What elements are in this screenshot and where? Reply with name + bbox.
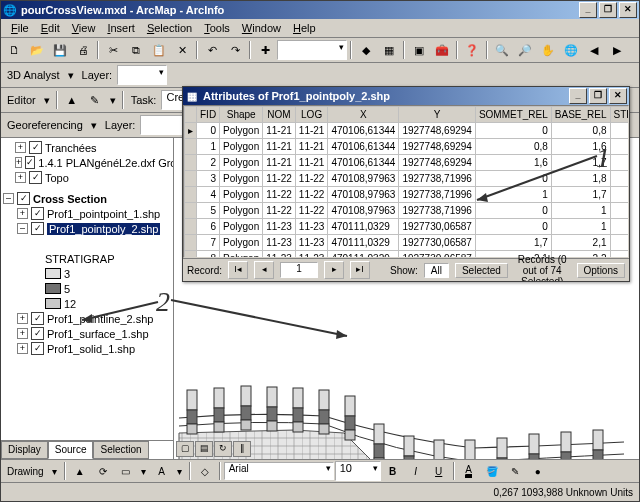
table-row[interactable]: 3Polygon11-2211-22470108,979631927738,71… xyxy=(185,171,630,187)
menu-view[interactable]: View xyxy=(66,20,102,36)
new-rect-icon[interactable]: ▭ xyxy=(115,460,137,482)
col-header[interactable]: X xyxy=(328,107,399,123)
expand-icon[interactable]: + xyxy=(15,172,26,183)
paste-icon[interactable]: 📋 xyxy=(148,39,170,61)
menu-help[interactable]: Help xyxy=(287,20,322,36)
checkbox[interactable]: ✓ xyxy=(31,342,44,355)
font-size-dropdown[interactable]: 10 xyxy=(335,461,381,481)
attr-close-button[interactable]: ✕ xyxy=(609,88,627,104)
expand-icon[interactable]: – xyxy=(17,223,28,234)
col-header[interactable]: STRATIGRAP xyxy=(610,107,629,123)
legend-label[interactable]: 12 xyxy=(64,298,76,310)
undo-icon[interactable]: ↶ xyxy=(201,39,223,61)
show-selected-button[interactable]: Selected xyxy=(455,263,508,278)
underline-icon[interactable]: U xyxy=(428,460,450,482)
expand-icon[interactable]: + xyxy=(15,157,22,168)
whatsthis-icon[interactable]: ❓ xyxy=(461,39,483,61)
edit-tool-icon[interactable]: ▲ xyxy=(61,89,83,111)
menu-selection[interactable]: Selection xyxy=(141,20,198,36)
font-dropdown[interactable]: Arial xyxy=(224,462,334,480)
expand-icon[interactable]: + xyxy=(17,208,28,219)
new-icon[interactable]: 🗋 xyxy=(3,39,25,61)
rotate-element-icon[interactable]: ⟳ xyxy=(92,460,114,482)
menu-window[interactable]: Window xyxy=(236,20,287,36)
shape-menu-icon[interactable]: ▾ xyxy=(138,460,150,482)
zoom-out-icon[interactable]: 🔎 xyxy=(514,39,536,61)
tab-display[interactable]: Display xyxy=(1,441,48,459)
tool1-icon[interactable]: ◆ xyxy=(355,39,377,61)
show-all-button[interactable]: All xyxy=(424,263,449,278)
close-button[interactable]: ✕ xyxy=(619,2,637,18)
minimize-button[interactable]: _ xyxy=(579,2,597,18)
zoom-in-icon[interactable]: 🔍 xyxy=(491,39,513,61)
table-row[interactable]: 5Polygon11-2211-22470108,979631927738,71… xyxy=(185,203,630,219)
next-extent-icon[interactable]: ▶ xyxy=(606,39,628,61)
sketch-tool-icon[interactable]: ✎ xyxy=(84,89,106,111)
layer-label[interactable]: Prof1_solid_1.shp xyxy=(47,343,135,355)
save-icon[interactable]: 💾 xyxy=(49,39,71,61)
legend-label[interactable]: 5 xyxy=(64,283,70,295)
pan-icon[interactable]: ✋ xyxy=(537,39,559,61)
font-color-icon[interactable]: A xyxy=(458,460,480,482)
checkbox[interactable]: ✓ xyxy=(29,141,42,154)
table-row[interactable]: 1Polygon11-2111-21470106,613441927748,69… xyxy=(185,139,630,155)
analyst-layer-dropdown[interactable] xyxy=(117,65,167,85)
full-extent-icon[interactable]: 🌐 xyxy=(560,39,582,61)
scale-dropdown[interactable] xyxy=(277,40,347,60)
options-button[interactable]: Options xyxy=(577,263,625,278)
last-record-button[interactable]: ▸I xyxy=(350,261,370,279)
record-input[interactable]: 1 xyxy=(280,262,318,278)
bold-icon[interactable]: B xyxy=(382,460,404,482)
checkbox[interactable]: ✓ xyxy=(31,222,44,235)
line-color-icon[interactable]: ✎ xyxy=(504,460,526,482)
expand-icon[interactable]: + xyxy=(17,313,28,324)
table-row[interactable]: 7Polygon11-2311-23470111,03291927730,065… xyxy=(185,235,630,251)
legend-label[interactable]: STRATIGRAP xyxy=(45,253,114,265)
next-record-button[interactable]: ▸ xyxy=(324,261,344,279)
fill-color-icon[interactable]: 🪣 xyxy=(481,460,503,482)
layer-label[interactable]: Prof1_surface_1.shp xyxy=(47,328,149,340)
expand-icon[interactable]: + xyxy=(15,142,26,153)
maximize-button[interactable]: ❐ xyxy=(599,2,617,18)
copy-icon[interactable]: ⧉ xyxy=(125,39,147,61)
text-menu-icon[interactable]: ▾ xyxy=(174,460,186,482)
drawing-menu-icon[interactable]: ▾ xyxy=(49,460,61,482)
attr-maximize-button[interactable]: ❐ xyxy=(589,88,607,104)
expand-icon[interactable]: – xyxy=(3,193,14,204)
layer-label[interactable]: Prof1_pointpoly_2.shp xyxy=(47,223,160,235)
layer-label[interactable]: 1.4.1 PLANgénéL2e.dxf Gro xyxy=(38,157,173,169)
group-cross-section[interactable]: Cross Section xyxy=(33,193,107,205)
analyst-menu-icon[interactable]: ▾ xyxy=(65,64,77,86)
checkbox[interactable]: ✓ xyxy=(31,207,44,220)
menu-file[interactable]: File xyxy=(5,20,35,36)
georef-menu-icon[interactable]: ▾ xyxy=(88,114,100,136)
italic-icon[interactable]: I xyxy=(405,460,427,482)
table-row[interactable]: 2Polygon11-2111-21470106,613441927748,69… xyxy=(185,155,630,171)
data-view-button[interactable]: ▢ xyxy=(176,441,194,457)
table-row[interactable]: ▸0Polygon11-2111-21470106,613441927748,6… xyxy=(185,123,630,139)
add-data-icon[interactable]: ✚ xyxy=(254,39,276,61)
col-header[interactable]: BASE_REL xyxy=(551,107,610,123)
table-row[interactable]: 4Polygon11-2211-22470108,979631927738,71… xyxy=(185,187,630,203)
redo-icon[interactable]: ↷ xyxy=(224,39,246,61)
catalog-icon[interactable]: ▣ xyxy=(408,39,430,61)
menu-edit[interactable]: Edit xyxy=(35,20,66,36)
menu-insert[interactable]: Insert xyxy=(101,20,141,36)
print-icon[interactable]: 🖨 xyxy=(72,39,94,61)
expand-icon[interactable]: + xyxy=(17,343,28,354)
tab-selection[interactable]: Selection xyxy=(93,441,148,459)
open-icon[interactable]: 📂 xyxy=(26,39,48,61)
delete-icon[interactable]: ✕ xyxy=(171,39,193,61)
prev-record-button[interactable]: ◂ xyxy=(254,261,274,279)
pause-draw-button[interactable]: ‖ xyxy=(233,441,251,457)
sketch-menu-icon[interactable]: ▾ xyxy=(107,89,119,111)
table-row[interactable]: 6Polygon11-2311-23470111,03291927730,065… xyxy=(185,219,630,235)
attr-minimize-button[interactable]: _ xyxy=(569,88,587,104)
new-text-icon[interactable]: A xyxy=(151,460,173,482)
first-record-button[interactable]: I◂ xyxy=(228,261,248,279)
checkbox[interactable]: ✓ xyxy=(29,171,42,184)
col-header[interactable]: FID xyxy=(197,107,220,123)
select-elements-icon[interactable]: ▲ xyxy=(69,460,91,482)
cut-icon[interactable]: ✂ xyxy=(102,39,124,61)
checkbox[interactable]: ✓ xyxy=(17,192,30,205)
